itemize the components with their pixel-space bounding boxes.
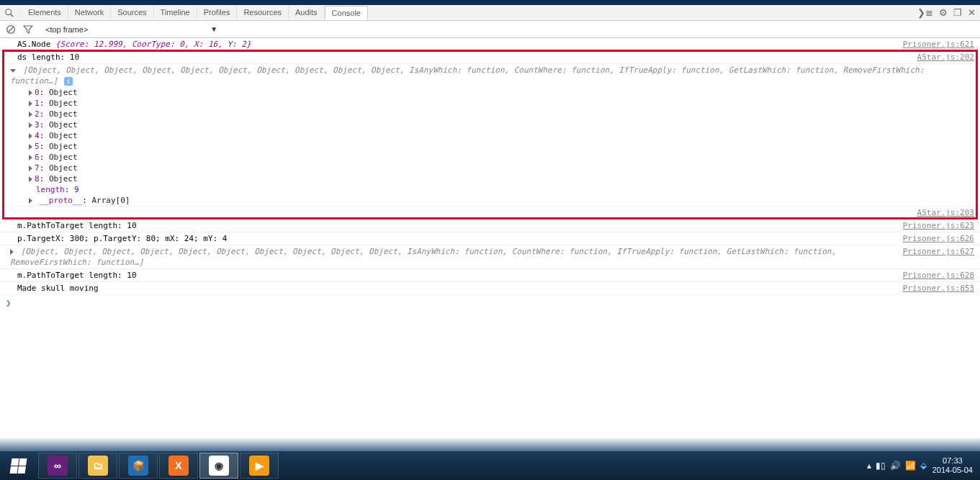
source-link[interactable]: Prisoner.js:853 bbox=[896, 283, 974, 294]
taskbar-app-explorer[interactable]: 🗂 bbox=[78, 453, 117, 479]
array-index-prop[interactable]: 1: Object bbox=[0, 98, 980, 109]
taskbar-app-xampp[interactable]: X bbox=[159, 453, 198, 479]
svg-point-0 bbox=[6, 9, 12, 14]
array-index-prop[interactable]: 7: Object bbox=[0, 163, 980, 173]
array-summary[interactable]: [Object, Object, Object, Object, Object,… bbox=[10, 65, 974, 86]
log-row: Made skull moving Prisoner.js:853 bbox=[0, 282, 980, 295]
start-button[interactable] bbox=[3, 454, 33, 477]
drawer-icon[interactable]: ❯≣ bbox=[917, 7, 933, 18]
source-link[interactable]: AStar.js:202 bbox=[910, 52, 974, 63]
log-message: Made skull moving bbox=[17, 283, 896, 294]
tab-profiles[interactable]: Profiles bbox=[197, 6, 238, 19]
array-index-prop[interactable]: 8: Object bbox=[0, 173, 980, 184]
taskbar-app-mediaplayer[interactable]: ▶ bbox=[240, 453, 279, 479]
battery-icon[interactable]: ▮▯ bbox=[876, 461, 886, 471]
log-object: {Score: 12.999, CoorType: 0, X: 16, Y: 2… bbox=[55, 40, 251, 49]
tab-sources[interactable]: Sources bbox=[111, 6, 153, 19]
source-link[interactable]: Prisoner.js:627 bbox=[896, 246, 974, 257]
tab-audits[interactable]: Audits bbox=[289, 6, 325, 19]
chevron-right-icon[interactable] bbox=[29, 112, 32, 117]
tab-console[interactable]: Console bbox=[325, 6, 368, 20]
chevron-right-icon[interactable] bbox=[10, 249, 14, 255]
tray-chevron-up-icon[interactable]: ▴ bbox=[867, 461, 871, 471]
chevron-right-icon[interactable] bbox=[29, 166, 32, 171]
console-toolbar: <top frame> ▼ bbox=[0, 21, 980, 38]
console-prompt[interactable]: ❯ bbox=[0, 295, 980, 311]
gear-icon[interactable]: ⚙ bbox=[939, 7, 948, 18]
log-message: m.PathToTarget length: 10 bbox=[17, 270, 896, 281]
clock-date: 2014-05-04 bbox=[932, 466, 973, 475]
array-proto-prop[interactable]: __proto__: Array[0] bbox=[0, 195, 980, 206]
window-top-strip bbox=[0, 0, 980, 5]
log-row: AS.Node {Score: 12.999, CoorType: 0, X: … bbox=[0, 38, 980, 51]
clear-console-icon[interactable] bbox=[6, 24, 16, 35]
info-badge-icon: i bbox=[64, 77, 73, 86]
devtools-tabbar: ElementsNetworkSourcesTimelineProfilesRe… bbox=[0, 5, 980, 21]
dropbox-icon[interactable]: ⬙ bbox=[920, 461, 927, 471]
windows-taskbar: ∞ 🗂 📦 X ◉ ▶ ▴ ▮▯ 🔊 📶 ⬙ 07:33 2014-05-04 bbox=[0, 451, 980, 480]
array-index-prop[interactable]: 6: Object bbox=[0, 152, 980, 163]
search-icon[interactable] bbox=[4, 8, 14, 18]
desktop-background-sliver bbox=[0, 437, 980, 451]
chevron-down-icon: ▼ bbox=[210, 25, 217, 33]
filter-icon[interactable] bbox=[23, 24, 33, 35]
source-link[interactable]: Prisoner.js:623 bbox=[896, 220, 974, 231]
chevron-down-icon[interactable] bbox=[10, 69, 16, 73]
source-link[interactable]: Prisoner.js:628 bbox=[896, 270, 974, 281]
array-index-prop[interactable]: 2: Object bbox=[0, 109, 980, 119]
taskbar-app-virtualbox[interactable]: 📦 bbox=[119, 453, 158, 479]
svg-line-1 bbox=[11, 14, 14, 17]
close-icon[interactable]: ✕ bbox=[968, 7, 976, 18]
log-row: m.PathToTarget length: 10 Prisoner.js:62… bbox=[0, 219, 980, 232]
taskbar-app-chrome[interactable]: ◉ bbox=[199, 453, 238, 479]
chevron-right-icon[interactable] bbox=[29, 133, 32, 139]
windows-logo-icon bbox=[9, 458, 27, 474]
tab-network[interactable]: Network bbox=[68, 6, 111, 19]
log-prefix: AS.Node bbox=[17, 40, 55, 49]
log-row: [Object, Object, Object, Object, Object,… bbox=[0, 245, 980, 269]
taskbar-clock[interactable]: 07:33 2014-05-04 bbox=[932, 456, 973, 475]
log-message: AS.Node {Score: 12.999, CoorType: 0, X: … bbox=[17, 39, 896, 50]
volume-icon[interactable]: 🔊 bbox=[890, 461, 901, 471]
chevron-right-icon[interactable] bbox=[29, 176, 32, 182]
taskbar-app-visualstudio[interactable]: ∞ bbox=[38, 453, 77, 479]
array-index-prop[interactable]: 5: Object bbox=[0, 141, 980, 152]
system-tray: ▴ ▮▯ 🔊 📶 ⬙ 07:33 2014-05-04 bbox=[867, 456, 977, 475]
log-row: AStar.js:203 bbox=[0, 206, 980, 219]
tab-resources[interactable]: Resources bbox=[237, 6, 289, 19]
log-message: ds length: 10 bbox=[17, 52, 910, 63]
chevron-right-icon[interactable] bbox=[29, 144, 32, 150]
frame-selector-label: <top frame> bbox=[45, 25, 88, 34]
tray-icons: ▴ ▮▯ 🔊 📶 ⬙ bbox=[867, 461, 927, 471]
network-icon[interactable]: 📶 bbox=[905, 461, 916, 471]
log-row: p.TargetX: 300; p.TargetY: 80; mX: 24; m… bbox=[0, 232, 980, 245]
frame-selector[interactable]: <top frame> ▼ bbox=[40, 23, 222, 36]
log-row: ds length: 10 AStar.js:202 bbox=[0, 51, 980, 64]
log-message: p.TargetX: 300; p.TargetY: 80; mX: 24; m… bbox=[17, 233, 896, 244]
tab-timeline[interactable]: Timeline bbox=[154, 6, 197, 19]
chevron-right-icon[interactable] bbox=[29, 198, 32, 204]
array-index-prop[interactable]: 3: Object bbox=[0, 119, 980, 130]
source-link[interactable]: AStar.js:203 bbox=[910, 207, 974, 218]
array-index-prop[interactable]: 0: Object bbox=[0, 87, 980, 98]
source-link[interactable]: Prisoner.js:621 bbox=[896, 39, 974, 50]
chevron-right-icon[interactable] bbox=[29, 90, 32, 96]
expanded-array-row: [Object, Object, Object, Object, Object,… bbox=[0, 64, 980, 87]
clock-time: 07:33 bbox=[932, 456, 973, 466]
console-body: AS.Node {Score: 12.999, CoorType: 0, X: … bbox=[0, 38, 980, 311]
chevron-right-icon[interactable] bbox=[29, 122, 32, 128]
devtools-right-icons: ❯≣ ⚙ ❐ ✕ bbox=[917, 7, 976, 18]
array-summary[interactable]: [Object, Object, Object, Object, Object,… bbox=[10, 246, 896, 268]
array-index-prop[interactable]: 4: Object bbox=[0, 130, 980, 141]
chevron-right-icon[interactable] bbox=[29, 155, 32, 160]
log-row: m.PathToTarget length: 10 Prisoner.js:62… bbox=[0, 269, 980, 282]
source-link[interactable]: Prisoner.js:626 bbox=[896, 233, 974, 244]
svg-line-3 bbox=[9, 27, 14, 32]
tab-elements[interactable]: Elements bbox=[22, 6, 68, 19]
chevron-right-icon[interactable] bbox=[29, 101, 32, 107]
dock-icon[interactable]: ❐ bbox=[953, 7, 962, 18]
array-length-prop: length: 9 bbox=[0, 184, 980, 195]
log-message: m.PathToTarget length: 10 bbox=[17, 220, 896, 231]
array-items: 0: Object1: Object2: Object3: Object4: O… bbox=[0, 87, 980, 184]
tabs-container: ElementsNetworkSourcesTimelineProfilesRe… bbox=[22, 6, 368, 19]
